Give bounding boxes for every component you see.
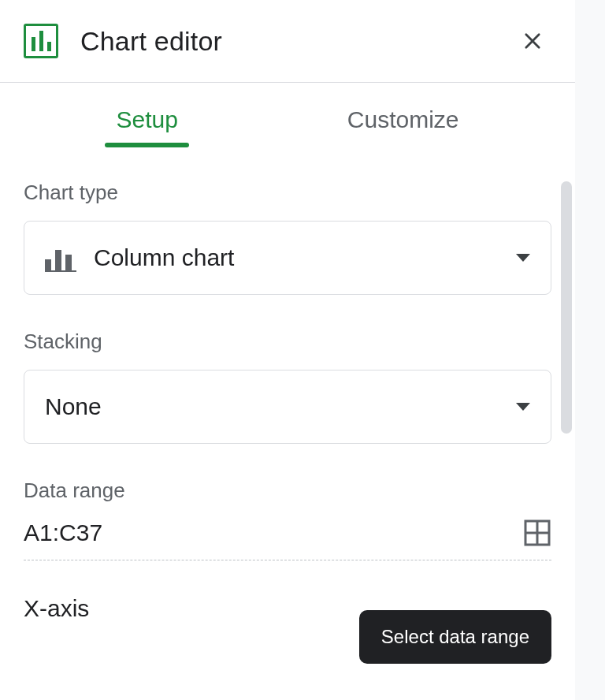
chart-editor-icon xyxy=(24,24,58,58)
chart-type-value: Column chart xyxy=(94,244,234,271)
close-icon xyxy=(521,30,544,52)
stacking-label: Stacking xyxy=(24,330,551,354)
stacking-select[interactable]: None xyxy=(24,370,551,444)
tooltip-select-data-range: Select data range xyxy=(359,610,551,664)
tab-setup[interactable]: Setup xyxy=(116,106,177,143)
panel-header: Chart editor xyxy=(0,0,575,82)
data-range-label: Data range xyxy=(24,478,551,503)
chart-type-select[interactable]: Column chart xyxy=(24,221,551,295)
data-range-field[interactable]: A1:C37 xyxy=(24,519,551,560)
column-chart-icon xyxy=(45,244,76,272)
data-range-value: A1:C37 xyxy=(24,519,523,546)
select-data-range-button[interactable] xyxy=(523,519,551,547)
tab-customize[interactable]: Customize xyxy=(347,106,459,143)
setup-content: Chart type Column chart Stacking None Da… xyxy=(0,143,575,622)
scrollbar-thumb[interactable] xyxy=(561,181,572,434)
tab-bar: Setup Customize xyxy=(0,83,575,143)
chevron-down-icon xyxy=(516,254,530,262)
panel-title: Chart editor xyxy=(80,26,222,57)
chart-type-label: Chart type xyxy=(24,181,551,205)
chevron-down-icon xyxy=(516,403,530,411)
outer-gutter xyxy=(575,0,605,700)
close-button[interactable] xyxy=(514,22,551,60)
stacking-value: None xyxy=(45,393,102,420)
